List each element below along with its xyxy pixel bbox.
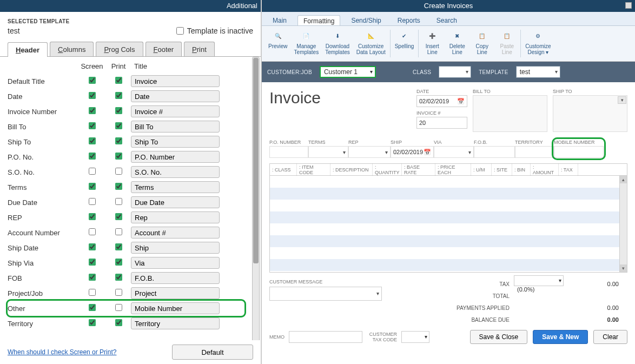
calendar-icon[interactable]: 📅 bbox=[424, 149, 431, 156]
print-checkbox[interactable] bbox=[115, 122, 122, 129]
col-bin[interactable]: : BIN bbox=[512, 164, 531, 175]
line-row[interactable] bbox=[270, 211, 627, 223]
po-number-input[interactable] bbox=[269, 146, 308, 158]
col-u-m[interactable]: : U/M bbox=[471, 164, 492, 175]
scroll-down-icon[interactable]: ▾ bbox=[620, 264, 627, 272]
screen-checkbox[interactable] bbox=[89, 228, 96, 235]
title-input[interactable] bbox=[131, 121, 220, 133]
billto-box[interactable] bbox=[473, 95, 547, 132]
line-row[interactable] bbox=[270, 235, 627, 247]
screen-checkbox[interactable] bbox=[89, 198, 96, 205]
col-class[interactable]: : CLASS bbox=[270, 164, 297, 175]
print-checkbox[interactable] bbox=[115, 92, 122, 99]
manage-templates-button[interactable]: 📄ManageTemplates bbox=[291, 28, 322, 59]
title-input[interactable] bbox=[131, 105, 220, 117]
tab-columns[interactable]: Columns bbox=[50, 42, 94, 56]
calendar-icon[interactable]: 📅 bbox=[457, 98, 465, 105]
print-checkbox[interactable] bbox=[115, 183, 122, 190]
title-input[interactable] bbox=[131, 181, 220, 193]
print-checkbox[interactable] bbox=[115, 137, 122, 144]
save-close-button[interactable]: Save & Close bbox=[470, 330, 528, 344]
screen-checkbox[interactable] bbox=[89, 319, 96, 326]
col-quantity[interactable]: : QUANTITY bbox=[373, 164, 402, 175]
col-description[interactable]: : DESCRIPTION bbox=[330, 164, 373, 175]
title-input[interactable] bbox=[131, 211, 220, 223]
customize-design-button[interactable]: ⚙CustomizeDesign ▾ bbox=[522, 28, 554, 59]
title-input[interactable] bbox=[131, 136, 220, 148]
left-scrollbar[interactable] bbox=[252, 57, 260, 340]
clear-button[interactable]: Clear bbox=[593, 330, 627, 344]
insert-line-button[interactable]: ➕InsertLine bbox=[420, 28, 445, 59]
chevron-down-icon[interactable]: ▾ bbox=[468, 149, 471, 155]
title-input[interactable] bbox=[131, 151, 220, 163]
customer-message-select[interactable]: ▾ bbox=[269, 287, 382, 301]
screen-checkbox[interactable] bbox=[89, 243, 96, 250]
screen-checkbox[interactable] bbox=[89, 92, 96, 99]
tab-header[interactable]: Header bbox=[8, 42, 48, 57]
print-checkbox[interactable] bbox=[115, 213, 122, 220]
print-checkbox[interactable] bbox=[115, 259, 122, 266]
date-field[interactable]: 02/02/2019📅 bbox=[416, 95, 467, 107]
line-row[interactable] bbox=[270, 247, 627, 259]
title-input[interactable] bbox=[131, 317, 220, 329]
ribbon-tab-send-ship[interactable]: Send/Ship bbox=[346, 15, 386, 25]
tax-select[interactable]: ▾ bbox=[514, 275, 564, 286]
line-table-scrollbar[interactable]: ▴ ▾ bbox=[619, 176, 627, 272]
taxcode-select[interactable]: ▾ bbox=[401, 331, 429, 343]
download-templates-button[interactable]: ⬇DownloadTemplates bbox=[322, 28, 353, 59]
line-row[interactable] bbox=[270, 259, 627, 271]
title-input[interactable] bbox=[131, 227, 220, 239]
memo-field[interactable] bbox=[289, 331, 362, 343]
print-checkbox[interactable] bbox=[115, 304, 122, 311]
screen-checkbox[interactable] bbox=[89, 259, 96, 266]
print-checkbox[interactable] bbox=[115, 77, 122, 84]
title-input[interactable] bbox=[131, 242, 220, 254]
tab-footer[interactable]: Footer bbox=[145, 42, 182, 56]
copy-line-button[interactable]: 📋CopyLine bbox=[469, 28, 494, 59]
screen-checkbox[interactable] bbox=[89, 137, 96, 144]
mobile-number-input[interactable] bbox=[554, 146, 604, 158]
print-checkbox[interactable] bbox=[115, 198, 122, 205]
default-button[interactable]: Default bbox=[172, 345, 253, 360]
screen-checkbox[interactable] bbox=[89, 304, 96, 311]
scroll-up-icon[interactable]: ▴ bbox=[620, 176, 627, 183]
print-checkbox[interactable] bbox=[115, 228, 122, 235]
rep-input[interactable]: ▾ bbox=[348, 146, 391, 158]
line-row[interactable] bbox=[270, 176, 627, 188]
screen-checkbox[interactable] bbox=[89, 153, 96, 160]
screen-checkbox[interactable] bbox=[89, 213, 96, 220]
ribbon-tab-formatting[interactable]: Formatting bbox=[297, 15, 340, 25]
print-checkbox[interactable] bbox=[115, 289, 122, 296]
customer-job-select[interactable]: Customer 1▾ bbox=[320, 66, 376, 78]
fob-input[interactable] bbox=[474, 146, 515, 158]
save-new-button[interactable]: Save & New bbox=[533, 330, 588, 344]
template-select[interactable]: test▾ bbox=[516, 66, 560, 78]
screen-checkbox[interactable] bbox=[89, 122, 96, 129]
tab-prog-cols[interactable]: Prog Cols bbox=[96, 42, 143, 56]
terms-input[interactable]: ▾ bbox=[308, 146, 348, 158]
title-input[interactable] bbox=[131, 302, 220, 314]
screen-checkbox[interactable] bbox=[89, 168, 96, 175]
spelling-button[interactable]: ✔Spelling bbox=[392, 28, 418, 59]
line-row[interactable] bbox=[270, 188, 627, 200]
title-input[interactable] bbox=[131, 196, 220, 208]
help-link[interactable]: When should I check Screen or Print? bbox=[8, 348, 116, 356]
ribbon-tab-search[interactable]: Search bbox=[431, 15, 462, 25]
ribbon-tab-main[interactable]: Main bbox=[267, 15, 292, 25]
col-base-rate[interactable]: : BASE RATE bbox=[402, 164, 435, 175]
title-input[interactable] bbox=[131, 75, 220, 87]
invoice-no-field[interactable]: 20 bbox=[416, 117, 467, 129]
tab-print[interactable]: Print bbox=[184, 42, 215, 56]
ribbon-tab-reports[interactable]: Reports bbox=[392, 15, 426, 25]
shipto-box[interactable]: ▾ bbox=[553, 95, 627, 132]
print-checkbox[interactable] bbox=[115, 243, 122, 250]
delete-line-button[interactable]: ✖DeleteLine bbox=[445, 28, 469, 59]
chevron-down-icon[interactable]: ▾ bbox=[385, 149, 388, 155]
title-input[interactable] bbox=[131, 90, 220, 102]
title-input[interactable] bbox=[131, 272, 220, 284]
col-amount[interactable]: : AMOUNT bbox=[531, 164, 559, 175]
print-checkbox[interactable] bbox=[115, 319, 122, 326]
col-site[interactable]: : SITE bbox=[492, 164, 512, 175]
col-item-code[interactable]: : ITEM CODE bbox=[297, 164, 330, 175]
print-checkbox[interactable] bbox=[115, 168, 122, 175]
